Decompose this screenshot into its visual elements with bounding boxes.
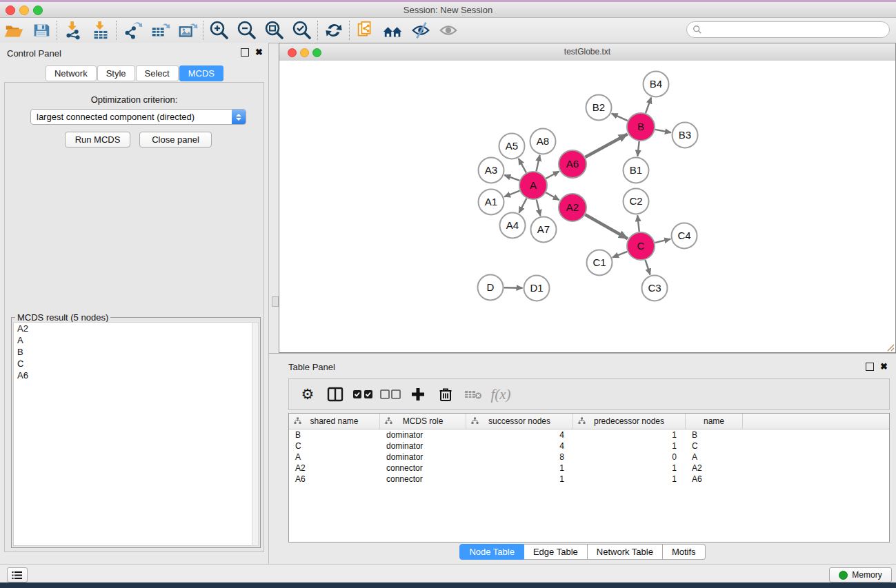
cell-successor-nodes[interactable]: 1 — [466, 463, 573, 474]
graph-node-A1[interactable]: A1 — [479, 190, 504, 215]
graph-node-C3[interactable]: C3 — [642, 276, 668, 301]
export-image-icon[interactable] — [174, 19, 201, 42]
task-history-button[interactable] — [7, 567, 28, 582]
export-table-icon[interactable] — [146, 19, 174, 42]
tab-node-table[interactable]: Node Table — [459, 544, 524, 560]
close-panel-button[interactable]: Close panel — [139, 132, 212, 148]
delete-table-icon[interactable] — [461, 382, 485, 407]
edge-A-A6[interactable] — [546, 172, 559, 179]
zoom-fit-icon[interactable] — [261, 19, 288, 42]
cell-successor-nodes[interactable]: 8 — [466, 452, 573, 463]
graph-node-C2[interactable]: C2 — [624, 189, 649, 214]
cell-MCDS-role[interactable]: dominator — [380, 440, 466, 452]
tab-motifs[interactable]: Motifs — [663, 544, 706, 560]
cell-predecessor-nodes[interactable]: 1 — [573, 463, 686, 474]
hide-graphics-icon[interactable] — [407, 19, 435, 42]
graph-node-A8[interactable]: A8 — [530, 129, 556, 154]
graph-node-A2[interactable]: A2 — [559, 194, 586, 221]
mcds-result-item[interactable]: A2 — [14, 323, 252, 334]
criterion-dropdown[interactable]: largest connected component (directed) — [30, 109, 246, 125]
save-session-icon[interactable] — [28, 19, 55, 42]
import-network-icon[interactable] — [59, 19, 87, 42]
show-panels-icon[interactable] — [379, 19, 407, 42]
edge-C-C2[interactable] — [637, 215, 639, 232]
graph-node-D1[interactable]: D1 — [524, 276, 550, 301]
resize-corner-icon[interactable] — [886, 343, 895, 352]
tab-mcds[interactable]: MCDS — [179, 65, 223, 81]
open-file-icon[interactable] — [0, 19, 28, 42]
create-column-icon[interactable] — [406, 382, 430, 407]
cell-MCDS-role[interactable]: connector — [380, 463, 466, 474]
mcds-result-item[interactable]: A6 — [14, 369, 252, 381]
edge-B-B1[interactable] — [637, 141, 639, 156]
network-window-titlebar[interactable]: testGlobe.txt — [279, 43, 895, 61]
graph-node-A[interactable]: A — [519, 172, 547, 199]
table-row[interactable]: Cdominator41C — [289, 440, 889, 452]
mcds-result-item[interactable]: B — [14, 346, 252, 358]
graph-node-C1[interactable]: C1 — [587, 250, 613, 276]
delete-column-icon[interactable] — [434, 382, 457, 407]
search-input[interactable] — [686, 21, 890, 38]
zoom-selected-icon[interactable] — [288, 19, 316, 42]
memory-button[interactable]: Memory — [829, 567, 892, 582]
graph-node-A4[interactable]: A4 — [500, 213, 526, 239]
cell-name[interactable]: A6 — [686, 474, 743, 485]
edge-C-C1[interactable] — [613, 252, 628, 258]
cell-shared-name[interactable]: A6 — [289, 474, 380, 485]
edge-A6-B[interactable] — [585, 134, 627, 157]
edge-A-A7[interactable] — [537, 199, 541, 216]
cell-predecessor-nodes[interactable]: 1 — [573, 429, 686, 440]
close-panel-icon[interactable]: ✖ — [255, 49, 263, 56]
cell-name[interactable]: C — [686, 440, 743, 452]
graph-node-B[interactable]: B — [627, 113, 655, 141]
edge-A-A1[interactable] — [504, 191, 519, 197]
edge-A-A2[interactable] — [546, 192, 559, 200]
edge-C-C3[interactable] — [646, 260, 650, 275]
list-scrollbar[interactable] — [252, 322, 259, 546]
graph-node-A5[interactable]: A5 — [499, 134, 525, 159]
tab-select[interactable]: Select — [136, 65, 179, 81]
new-network-icon[interactable] — [352, 19, 379, 42]
cell-shared-name[interactable]: B — [289, 429, 380, 440]
edge-A2-C[interactable] — [585, 214, 628, 239]
tab-edge-table[interactable]: Edge Table — [524, 544, 588, 560]
cell-MCDS-role[interactable]: connector — [380, 474, 466, 485]
edge-B-B4[interactable] — [646, 97, 651, 113]
edge-B-B2[interactable] — [612, 114, 628, 121]
show-column-icon[interactable] — [323, 382, 347, 407]
column-header-predecessor-nodes[interactable]: predecessor nodes — [573, 414, 686, 429]
column-header-shared-name[interactable]: shared name — [289, 414, 380, 429]
cell-shared-name[interactable]: C — [289, 440, 380, 452]
mcds-result-item[interactable]: A — [14, 334, 252, 346]
function-builder-icon[interactable]: f(x) — [489, 382, 512, 407]
apply-layout-icon[interactable] — [320, 19, 348, 42]
import-table-icon[interactable] — [87, 19, 115, 42]
column-header-MCDS-role[interactable]: MCDS role — [380, 414, 466, 429]
cell-successor-nodes[interactable]: 1 — [466, 474, 573, 485]
cell-predecessor-nodes[interactable]: 1 — [573, 474, 686, 485]
float-table-panel-icon[interactable] — [866, 363, 874, 371]
vertical-split-grip[interactable] — [272, 296, 279, 307]
graph-node-C4[interactable]: C4 — [672, 223, 697, 249]
select-all-columns-icon[interactable] — [351, 382, 375, 407]
edge-A-A4[interactable] — [519, 199, 526, 213]
cell-name[interactable]: A2 — [686, 463, 743, 474]
edge-B-B3[interactable] — [655, 130, 671, 132]
column-header-name[interactable]: name — [686, 414, 743, 429]
table-row[interactable]: A2connector11A2 — [289, 463, 889, 474]
cell-MCDS-role[interactable]: dominator — [380, 452, 466, 463]
unselect-all-columns-icon[interactable] — [379, 382, 402, 407]
graph-node-A3[interactable]: A3 — [479, 158, 504, 183]
edge-A-A8[interactable] — [537, 155, 540, 172]
column-header-successor-nodes[interactable]: successor nodes — [466, 414, 573, 429]
cell-predecessor-nodes[interactable]: 0 — [573, 452, 686, 463]
graph-node-A6[interactable]: A6 — [559, 150, 586, 178]
cell-shared-name[interactable]: A — [289, 452, 380, 463]
graph-node-B1[interactable]: B1 — [624, 158, 649, 183]
tab-style[interactable]: Style — [97, 65, 135, 81]
cell-name[interactable]: A — [686, 452, 743, 463]
cell-shared-name[interactable]: A2 — [289, 463, 380, 474]
cell-name[interactable]: B — [686, 429, 743, 440]
graph-node-B3[interactable]: B3 — [673, 123, 698, 148]
cell-predecessor-nodes[interactable]: 1 — [573, 440, 686, 452]
